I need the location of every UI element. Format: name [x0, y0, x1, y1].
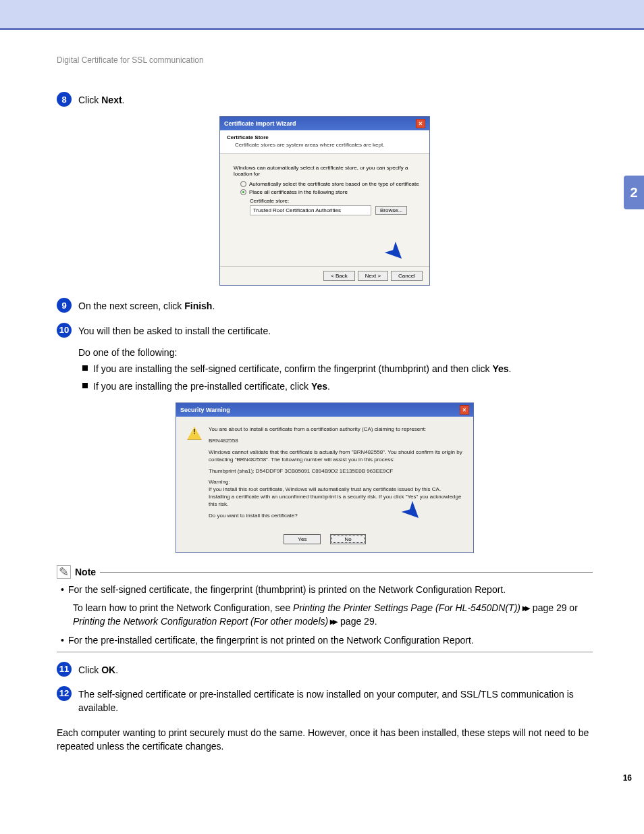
radio-place-label: Place all certificates in the following … [249, 189, 348, 195]
store-label: Certificate store: [250, 198, 420, 204]
radio-auto-label: Automatically select the certificate sto… [249, 181, 419, 187]
step-number-badge: 12 [57, 686, 72, 701]
step-8-text: Click Next. [78, 93, 593, 107]
no-button[interactable]: No [330, 534, 365, 544]
wizard-head-title: Certificate Store [227, 134, 423, 140]
step-11-text: Click OK. [78, 663, 593, 677]
bullet-self-signed: If you are installing the self-signed ce… [82, 362, 593, 375]
secwarn-title: Security Warning [180, 407, 230, 413]
step-10: 10 You will then be asked to install the… [57, 323, 593, 342]
radio-auto-select[interactable]: Automatically select the certificate sto… [240, 181, 420, 187]
step-10-line1: You will then be asked to install the ce… [78, 324, 593, 338]
wizard-title: Certificate Import Wizard [224, 120, 296, 127]
note-label: Note [75, 567, 96, 577]
certificate-import-wizard-dialog: Certificate Import Wizard × Certificate … [219, 116, 430, 286]
step-8: 8 Click Next. [57, 92, 593, 111]
security-warning-dialog: Security Warning × You are about to inst… [176, 402, 474, 553]
step-10-line2: Do one of the following: [78, 347, 593, 358]
square-bullet-icon [82, 383, 88, 388]
square-bullet-icon [82, 365, 88, 371]
radio-icon [240, 181, 246, 187]
divider [57, 652, 593, 652]
wizard-head-sub: Certificate stores are system areas wher… [235, 142, 423, 148]
yes-button[interactable]: Yes [284, 534, 321, 544]
step-number-badge: 9 [57, 298, 72, 313]
chapter-tab: 2 [624, 176, 644, 209]
step-9: 9 On the next screen, click Finish. [57, 298, 593, 317]
secwarn-text: You are about to install a certificate f… [209, 426, 462, 523]
step-12-text: The self-signed certificate or pre-insta… [78, 687, 593, 715]
browse-button[interactable]: Browse... [375, 206, 407, 215]
step-number-badge: 11 [57, 662, 72, 677]
wizard-titlebar: Certificate Import Wizard × [220, 117, 429, 130]
close-icon[interactable]: × [460, 405, 469, 415]
bullet-pre-installed: If you are installing the pre-installed … [82, 380, 593, 393]
step-number-badge: 8 [57, 92, 72, 107]
note-block: ✎ Note • For the self-signed certificate… [57, 565, 593, 652]
note-item-1-sub: To learn how to print the Network Config… [73, 601, 593, 629]
step-9-text: On the next screen, click Finish. [78, 299, 593, 313]
radio-icon [240, 189, 246, 195]
step-number-badge: 10 [57, 323, 72, 338]
note-item-1: • For the self-signed certificate, the f… [61, 583, 593, 596]
top-bar [0, 0, 644, 30]
step-11: 11 Click OK. [57, 662, 593, 681]
note-item-2: • For the pre-installed certificate, the… [61, 633, 593, 647]
warning-icon [187, 426, 202, 440]
close-icon[interactable]: × [416, 119, 425, 128]
next-button[interactable]: Next > [358, 271, 388, 281]
cancel-button[interactable]: Cancel [391, 271, 423, 281]
note-icon: ✎ [57, 565, 71, 579]
footer-paragraph: Each computer wanting to print securely … [57, 726, 593, 754]
certificate-store-input[interactable]: Trusted Root Certification Authorities [250, 205, 371, 215]
page-number: 16 [623, 773, 632, 783]
secwarn-titlebar: Security Warning × [176, 403, 473, 417]
radio-place-all[interactable]: Place all certificates in the following … [240, 189, 420, 195]
divider [100, 572, 593, 573]
wizard-subheader: Certificate Store Certificate stores are… [220, 130, 429, 154]
back-button[interactable]: < Back [323, 271, 355, 281]
page-header: Digital Certificate for SSL communicatio… [57, 55, 593, 65]
wizard-lead-text: Windows can automatically select a certi… [234, 165, 420, 177]
step-12: 12 The self-signed certificate or pre-in… [57, 686, 593, 719]
